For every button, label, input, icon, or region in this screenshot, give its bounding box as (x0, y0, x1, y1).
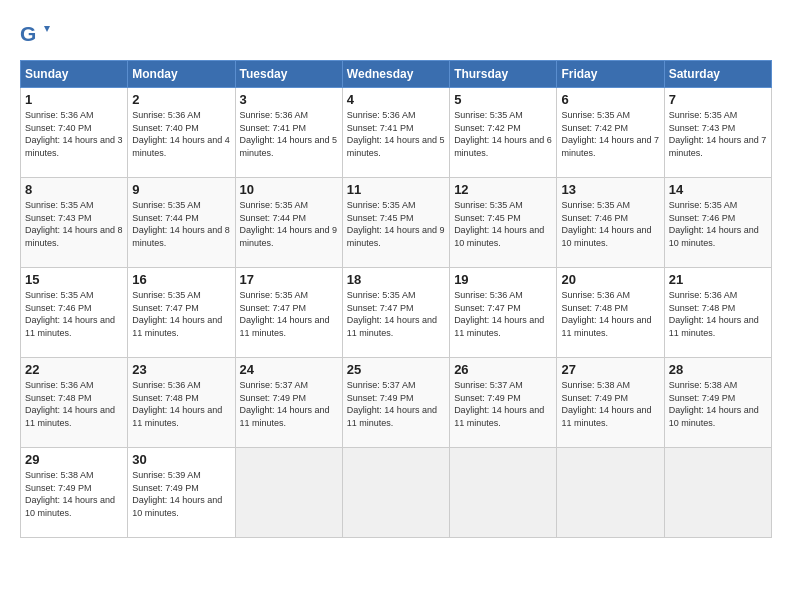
day-number: 11 (347, 182, 445, 197)
day-info: Sunrise: 5:35 AMSunset: 7:46 PMDaylight:… (25, 289, 123, 339)
header-monday: Monday (128, 61, 235, 88)
calendar-cell: 21Sunrise: 5:36 AMSunset: 7:48 PMDayligh… (664, 268, 771, 358)
calendar-cell: 2Sunrise: 5:36 AMSunset: 7:40 PMDaylight… (128, 88, 235, 178)
header-saturday: Saturday (664, 61, 771, 88)
calendar-cell: 22Sunrise: 5:36 AMSunset: 7:48 PMDayligh… (21, 358, 128, 448)
day-info: Sunrise: 5:35 AMSunset: 7:47 PMDaylight:… (347, 289, 445, 339)
day-number: 1 (25, 92, 123, 107)
calendar-cell: 26Sunrise: 5:37 AMSunset: 7:49 PMDayligh… (450, 358, 557, 448)
day-number: 13 (561, 182, 659, 197)
page-header: G (20, 20, 772, 50)
day-number: 7 (669, 92, 767, 107)
day-info: Sunrise: 5:35 AMSunset: 7:46 PMDaylight:… (561, 199, 659, 249)
header-tuesday: Tuesday (235, 61, 342, 88)
day-number: 2 (132, 92, 230, 107)
day-number: 15 (25, 272, 123, 287)
day-info: Sunrise: 5:36 AMSunset: 7:48 PMDaylight:… (669, 289, 767, 339)
calendar-week-row: 15Sunrise: 5:35 AMSunset: 7:46 PMDayligh… (21, 268, 772, 358)
calendar-week-row: 22Sunrise: 5:36 AMSunset: 7:48 PMDayligh… (21, 358, 772, 448)
day-info: Sunrise: 5:35 AMSunset: 7:45 PMDaylight:… (454, 199, 552, 249)
day-info: Sunrise: 5:38 AMSunset: 7:49 PMDaylight:… (25, 469, 123, 519)
day-number: 27 (561, 362, 659, 377)
calendar-cell: 27Sunrise: 5:38 AMSunset: 7:49 PMDayligh… (557, 358, 664, 448)
calendar-cell (342, 448, 449, 538)
day-info: Sunrise: 5:37 AMSunset: 7:49 PMDaylight:… (240, 379, 338, 429)
day-info: Sunrise: 5:36 AMSunset: 7:48 PMDaylight:… (561, 289, 659, 339)
day-info: Sunrise: 5:36 AMSunset: 7:41 PMDaylight:… (347, 109, 445, 159)
day-info: Sunrise: 5:35 AMSunset: 7:47 PMDaylight:… (240, 289, 338, 339)
day-info: Sunrise: 5:35 AMSunset: 7:46 PMDaylight:… (669, 199, 767, 249)
day-number: 9 (132, 182, 230, 197)
calendar-cell: 20Sunrise: 5:36 AMSunset: 7:48 PMDayligh… (557, 268, 664, 358)
calendar-cell: 17Sunrise: 5:35 AMSunset: 7:47 PMDayligh… (235, 268, 342, 358)
day-info: Sunrise: 5:35 AMSunset: 7:44 PMDaylight:… (240, 199, 338, 249)
calendar-cell: 6Sunrise: 5:35 AMSunset: 7:42 PMDaylight… (557, 88, 664, 178)
calendar-body: 1Sunrise: 5:36 AMSunset: 7:40 PMDaylight… (21, 88, 772, 538)
calendar-cell: 24Sunrise: 5:37 AMSunset: 7:49 PMDayligh… (235, 358, 342, 448)
calendar-cell: 14Sunrise: 5:35 AMSunset: 7:46 PMDayligh… (664, 178, 771, 268)
day-info: Sunrise: 5:35 AMSunset: 7:42 PMDaylight:… (454, 109, 552, 159)
calendar-cell (450, 448, 557, 538)
calendar-week-row: 1Sunrise: 5:36 AMSunset: 7:40 PMDaylight… (21, 88, 772, 178)
calendar-cell: 23Sunrise: 5:36 AMSunset: 7:48 PMDayligh… (128, 358, 235, 448)
calendar-cell: 11Sunrise: 5:35 AMSunset: 7:45 PMDayligh… (342, 178, 449, 268)
day-number: 18 (347, 272, 445, 287)
calendar-header-row: SundayMondayTuesdayWednesdayThursdayFrid… (21, 61, 772, 88)
calendar-cell: 25Sunrise: 5:37 AMSunset: 7:49 PMDayligh… (342, 358, 449, 448)
day-info: Sunrise: 5:36 AMSunset: 7:48 PMDaylight:… (132, 379, 230, 429)
day-info: Sunrise: 5:38 AMSunset: 7:49 PMDaylight:… (669, 379, 767, 429)
header-sunday: Sunday (21, 61, 128, 88)
day-number: 23 (132, 362, 230, 377)
day-number: 29 (25, 452, 123, 467)
day-info: Sunrise: 5:35 AMSunset: 7:42 PMDaylight:… (561, 109, 659, 159)
day-info: Sunrise: 5:35 AMSunset: 7:45 PMDaylight:… (347, 199, 445, 249)
calendar-cell: 9Sunrise: 5:35 AMSunset: 7:44 PMDaylight… (128, 178, 235, 268)
calendar-cell (557, 448, 664, 538)
day-number: 12 (454, 182, 552, 197)
day-number: 14 (669, 182, 767, 197)
day-info: Sunrise: 5:36 AMSunset: 7:40 PMDaylight:… (25, 109, 123, 159)
day-number: 25 (347, 362, 445, 377)
day-number: 6 (561, 92, 659, 107)
calendar-cell: 7Sunrise: 5:35 AMSunset: 7:43 PMDaylight… (664, 88, 771, 178)
svg-text:G: G (20, 22, 36, 45)
day-number: 21 (669, 272, 767, 287)
day-number: 30 (132, 452, 230, 467)
day-number: 24 (240, 362, 338, 377)
day-info: Sunrise: 5:36 AMSunset: 7:41 PMDaylight:… (240, 109, 338, 159)
calendar-week-row: 29Sunrise: 5:38 AMSunset: 7:49 PMDayligh… (21, 448, 772, 538)
day-number: 20 (561, 272, 659, 287)
day-info: Sunrise: 5:37 AMSunset: 7:49 PMDaylight:… (454, 379, 552, 429)
day-number: 17 (240, 272, 338, 287)
day-info: Sunrise: 5:36 AMSunset: 7:40 PMDaylight:… (132, 109, 230, 159)
calendar-cell: 30Sunrise: 5:39 AMSunset: 7:49 PMDayligh… (128, 448, 235, 538)
calendar-cell: 29Sunrise: 5:38 AMSunset: 7:49 PMDayligh… (21, 448, 128, 538)
svg-marker-1 (44, 26, 50, 32)
day-number: 16 (132, 272, 230, 287)
calendar-cell: 28Sunrise: 5:38 AMSunset: 7:49 PMDayligh… (664, 358, 771, 448)
day-info: Sunrise: 5:39 AMSunset: 7:49 PMDaylight:… (132, 469, 230, 519)
day-info: Sunrise: 5:35 AMSunset: 7:47 PMDaylight:… (132, 289, 230, 339)
calendar-cell: 3Sunrise: 5:36 AMSunset: 7:41 PMDaylight… (235, 88, 342, 178)
day-info: Sunrise: 5:35 AMSunset: 7:43 PMDaylight:… (669, 109, 767, 159)
day-info: Sunrise: 5:35 AMSunset: 7:44 PMDaylight:… (132, 199, 230, 249)
logo-icon: G (20, 20, 50, 50)
day-number: 8 (25, 182, 123, 197)
calendar-cell: 15Sunrise: 5:35 AMSunset: 7:46 PMDayligh… (21, 268, 128, 358)
calendar-cell: 1Sunrise: 5:36 AMSunset: 7:40 PMDaylight… (21, 88, 128, 178)
calendar-cell: 19Sunrise: 5:36 AMSunset: 7:47 PMDayligh… (450, 268, 557, 358)
day-info: Sunrise: 5:36 AMSunset: 7:48 PMDaylight:… (25, 379, 123, 429)
day-info: Sunrise: 5:38 AMSunset: 7:49 PMDaylight:… (561, 379, 659, 429)
calendar-cell: 4Sunrise: 5:36 AMSunset: 7:41 PMDaylight… (342, 88, 449, 178)
header-thursday: Thursday (450, 61, 557, 88)
calendar-cell: 13Sunrise: 5:35 AMSunset: 7:46 PMDayligh… (557, 178, 664, 268)
calendar-cell: 8Sunrise: 5:35 AMSunset: 7:43 PMDaylight… (21, 178, 128, 268)
calendar-cell: 10Sunrise: 5:35 AMSunset: 7:44 PMDayligh… (235, 178, 342, 268)
calendar-table: SundayMondayTuesdayWednesdayThursdayFrid… (20, 60, 772, 538)
calendar-cell (235, 448, 342, 538)
header-friday: Friday (557, 61, 664, 88)
calendar-cell: 18Sunrise: 5:35 AMSunset: 7:47 PMDayligh… (342, 268, 449, 358)
calendar-cell: 5Sunrise: 5:35 AMSunset: 7:42 PMDaylight… (450, 88, 557, 178)
logo: G (20, 20, 54, 50)
day-number: 5 (454, 92, 552, 107)
